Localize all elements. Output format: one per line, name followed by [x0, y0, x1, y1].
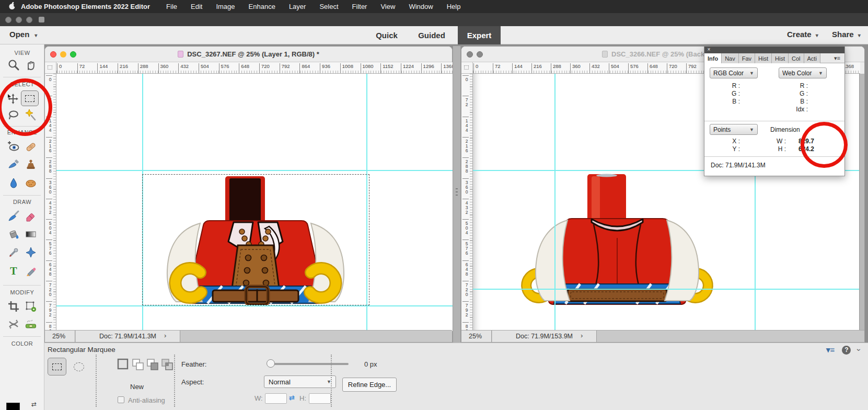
- type-tool[interactable]: T: [7, 264, 20, 278]
- selection-mode-intersect-button[interactable]: [160, 358, 174, 371]
- brush-tool[interactable]: [7, 209, 20, 223]
- lasso-tool[interactable]: [7, 108, 20, 122]
- create-button[interactable]: Create▾: [787, 30, 818, 39]
- doc2-vertical-ruler[interactable]: 072144216288360432504576648720792864: [461, 74, 473, 331]
- rectangular-marquee-tool[interactable]: [21, 90, 39, 106]
- menu-item-file[interactable]: File: [166, 3, 177, 10]
- width-input[interactable]: [265, 393, 287, 404]
- menu-item-window[interactable]: Window: [409, 3, 433, 10]
- spot-healing-brush-tool[interactable]: [24, 140, 38, 153]
- panel-options-menu-icon[interactable]: ▾≡: [830, 53, 844, 63]
- menu-item-help[interactable]: Help: [447, 3, 461, 10]
- info-panel-tab-acti[interactable]: Acti: [804, 53, 820, 63]
- second-color-readout-select[interactable]: Web Color▼: [779, 67, 827, 78]
- window-minimize-button[interactable]: [16, 17, 22, 23]
- recompose-tool[interactable]: [24, 300, 38, 313]
- content-aware-move-tool[interactable]: [7, 317, 20, 331]
- selection-mode-new-button[interactable]: [117, 358, 130, 371]
- gradient-tool[interactable]: [24, 227, 38, 241]
- swap-width-height-icon[interactable]: ⇄: [289, 394, 295, 402]
- close-icon[interactable]: ×: [706, 47, 712, 53]
- help-icon[interactable]: ?: [842, 346, 851, 355]
- mouse-coordinates-units-select[interactable]: Points▼: [710, 124, 758, 135]
- crop-tool[interactable]: [7, 300, 20, 313]
- magic-wand-tool[interactable]: [24, 108, 38, 122]
- status-expand-chevron[interactable]: ›: [581, 332, 583, 339]
- doc1-vertical-ruler[interactable]: 072144216288360432504576648720792864: [45, 74, 56, 331]
- menu-item-filter[interactable]: Filter: [352, 3, 367, 10]
- eraser-tool[interactable]: [24, 209, 38, 223]
- menu-item-layer[interactable]: Layer: [289, 3, 306, 10]
- rectangular-marquee-option-button[interactable]: [48, 358, 66, 375]
- panel-menu-icon[interactable]: ▾≡: [826, 345, 835, 355]
- clone-stamp-tool[interactable]: [24, 157, 38, 171]
- menu-item-view[interactable]: View: [380, 3, 395, 10]
- info-panel-tab-hist[interactable]: Hist: [755, 53, 772, 63]
- doc1-minimize-button[interactable]: [60, 51, 66, 58]
- document-window-dsc3267[interactable]: DSC_3267.NEF @ 25% (Layer 1, RGB/8) * 07…: [44, 46, 453, 343]
- elliptical-marquee-option-button[interactable]: [70, 358, 88, 375]
- status-expand-chevron[interactable]: ›: [164, 332, 166, 339]
- paint-bucket-tool[interactable]: [7, 227, 20, 241]
- info-panel-header[interactable]: ×: [704, 47, 844, 53]
- doc1-zoom-level[interactable]: 25%: [45, 331, 75, 342]
- shape-tool[interactable]: [24, 246, 38, 259]
- foreground-color-swatch[interactable]: [6, 403, 20, 410]
- tab-quick[interactable]: Quick: [368, 26, 406, 44]
- window-zoom-button[interactable]: [26, 17, 32, 23]
- guide-vertical-1[interactable]: [554, 74, 555, 331]
- move-tool[interactable]: [6, 92, 19, 105]
- sponge-tool[interactable]: [24, 176, 38, 190]
- apple-menu-icon[interactable]: [8, 2, 16, 12]
- window-close-button[interactable]: [5, 17, 11, 23]
- menu-item-enhance[interactable]: Enhance: [249, 3, 275, 10]
- doc2-zoom-level[interactable]: 25%: [461, 331, 492, 342]
- aspect-select[interactable]: Normal▼: [264, 375, 336, 388]
- divider-grip-icon: [456, 188, 458, 196]
- first-color-readout-select[interactable]: RGB Color▼: [710, 67, 758, 78]
- doc1-zoom-button[interactable]: [70, 51, 76, 58]
- doc2-scrollbar[interactable]: [859, 74, 864, 331]
- open-button[interactable]: Open▾: [9, 30, 37, 39]
- swap-colors-icon[interactable]: ⇄: [31, 401, 37, 408]
- straighten-tool[interactable]: [24, 317, 38, 331]
- tab-expert[interactable]: Expert: [458, 26, 501, 44]
- doc2-minimize-button[interactable]: [477, 51, 483, 58]
- doc1-close-button[interactable]: [50, 51, 56, 58]
- doc1-canvas[interactable]: [56, 74, 453, 331]
- doc1-titlebar[interactable]: DSC_3267.NEF @ 25% (Layer 1, RGB/8) *: [45, 47, 452, 62]
- menu-item-edit[interactable]: Edit: [191, 3, 202, 10]
- guide-horizontal-2[interactable]: [473, 289, 860, 290]
- collapse-panel-chevron-icon[interactable]: ›: [855, 349, 864, 351]
- selection-marquee[interactable]: [142, 174, 369, 305]
- smart-brush-tool[interactable]: [7, 157, 20, 171]
- refine-edge-button[interactable]: Refine Edge...: [342, 378, 397, 392]
- blur-tool[interactable]: [7, 176, 20, 190]
- app-window-titlebar[interactable]: [0, 13, 868, 26]
- info-panel-tab-info[interactable]: Info: [704, 53, 722, 63]
- guide-horizontal-2[interactable]: [56, 305, 453, 306]
- selection-mode-subtract-button[interactable]: [146, 358, 159, 371]
- menu-item-image[interactable]: Image: [216, 3, 235, 10]
- window-divider[interactable]: [453, 46, 461, 343]
- zoom-tool[interactable]: [7, 58, 20, 72]
- share-button[interactable]: Share▾: [832, 30, 861, 39]
- anti-aliasing-checkbox[interactable]: [118, 396, 124, 403]
- eyedropper-tool[interactable]: [7, 246, 20, 259]
- red-eye-removal-tool[interactable]: [7, 140, 20, 153]
- info-panel-tab-nav[interactable]: Nav: [722, 53, 739, 63]
- info-panel-tab-fav[interactable]: Fav: [739, 53, 755, 63]
- feather-slider-knob[interactable]: [267, 359, 275, 368]
- menu-item-select[interactable]: Select: [319, 3, 338, 10]
- selection-mode-add-button[interactable]: [131, 358, 145, 371]
- feather-slider[interactable]: [270, 363, 349, 365]
- info-panel-tab-col[interactable]: Col: [789, 53, 804, 63]
- guide-horizontal-1[interactable]: [56, 170, 453, 171]
- doc1-horizontal-ruler[interactable]: 0721442162883604325045766487207928649361…: [56, 62, 453, 74]
- height-input[interactable]: [309, 393, 331, 404]
- pencil-tool[interactable]: [24, 264, 38, 278]
- doc2-close-button[interactable]: [467, 51, 473, 58]
- tab-guided[interactable]: Guided: [411, 26, 453, 44]
- info-panel-tab-hist-2[interactable]: Hist: [772, 53, 789, 63]
- hand-tool[interactable]: [24, 58, 38, 72]
